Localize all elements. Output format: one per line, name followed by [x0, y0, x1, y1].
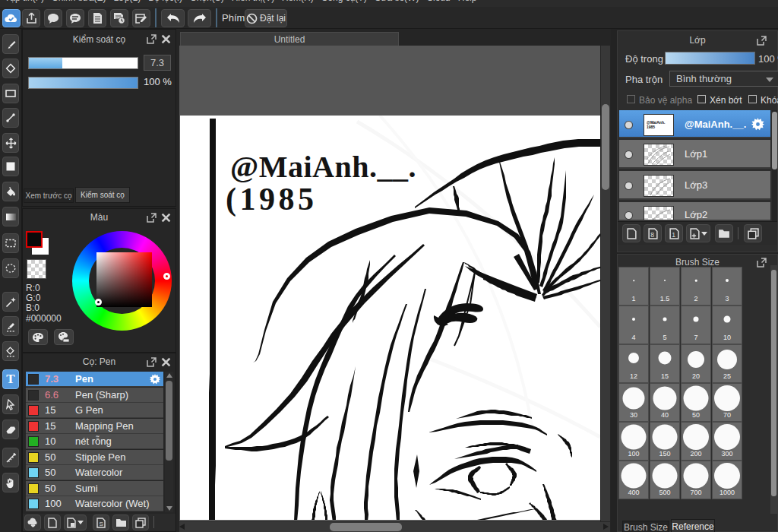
svg-text:(1985: (1985	[226, 182, 318, 217]
svg-text:S: S	[99, 521, 103, 527]
svg-text:@MaiAnh.__.: @MaiAnh.__.	[230, 150, 416, 184]
svg-text:8: 8	[650, 230, 654, 238]
svg-text:1: 1	[672, 230, 675, 238]
